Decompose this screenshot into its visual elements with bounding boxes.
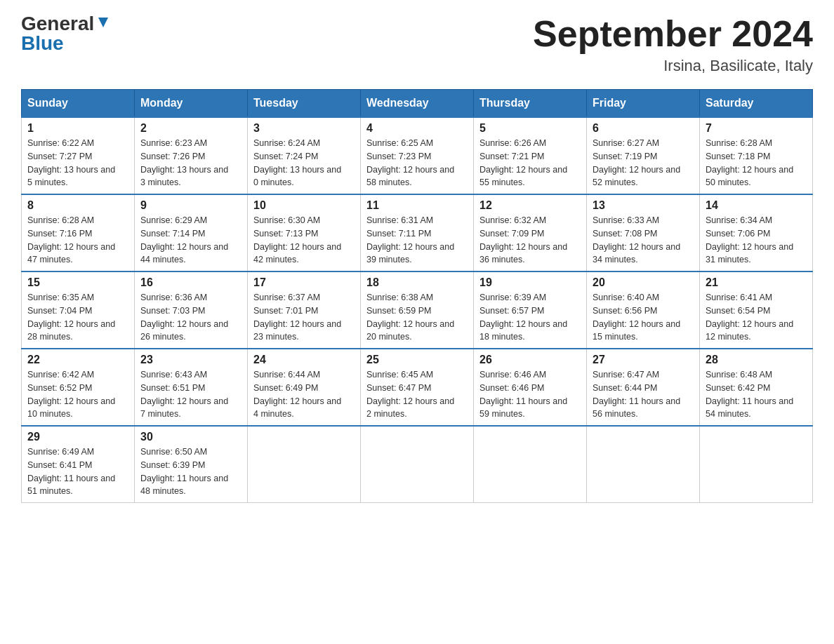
day-number: 29 — [27, 431, 128, 443]
col-tuesday: Tuesday — [248, 90, 361, 118]
day-info: Sunrise: 6:48 AM Sunset: 6:42 PM Dayligh… — [706, 368, 807, 421]
table-row: 27 Sunrise: 6:47 AM Sunset: 6:44 PM Dayl… — [587, 349, 700, 426]
logo-blue: Blue — [21, 32, 64, 55]
table-row: 7 Sunrise: 6:28 AM Sunset: 7:18 PM Dayli… — [700, 117, 813, 194]
month-title: September 2024 — [533, 14, 813, 54]
day-info: Sunrise: 6:30 AM Sunset: 7:13 PM Dayligh… — [253, 214, 355, 267]
day-info: Sunrise: 6:44 AM Sunset: 6:49 PM Dayligh… — [253, 368, 355, 421]
table-row: 21 Sunrise: 6:41 AM Sunset: 6:54 PM Dayl… — [700, 271, 813, 349]
day-info: Sunrise: 6:50 AM Sunset: 6:39 PM Dayligh… — [140, 445, 241, 498]
day-number: 5 — [479, 122, 581, 135]
table-row: 8 Sunrise: 6:28 AM Sunset: 7:16 PM Dayli… — [22, 194, 135, 271]
day-number: 20 — [593, 276, 694, 289]
table-row: 6 Sunrise: 6:27 AM Sunset: 7:19 PM Dayli… — [587, 117, 700, 194]
day-info: Sunrise: 6:27 AM Sunset: 7:19 PM Dayligh… — [593, 137, 694, 189]
day-number: 4 — [366, 122, 468, 135]
table-row — [361, 426, 474, 503]
table-row: 10 Sunrise: 6:30 AM Sunset: 7:13 PM Dayl… — [248, 194, 361, 271]
day-info: Sunrise: 6:46 AM Sunset: 6:46 PM Dayligh… — [479, 368, 581, 421]
day-number: 2 — [140, 122, 241, 135]
day-info: Sunrise: 6:35 AM Sunset: 7:04 PM Dayligh… — [27, 291, 128, 344]
day-number: 18 — [366, 276, 468, 289]
day-number: 10 — [253, 199, 355, 212]
day-number: 23 — [140, 354, 241, 366]
table-row: 18 Sunrise: 6:38 AM Sunset: 6:59 PM Dayl… — [361, 271, 474, 349]
day-info: Sunrise: 6:47 AM Sunset: 6:44 PM Dayligh… — [593, 368, 694, 421]
calendar-week-row: 29 Sunrise: 6:49 AM Sunset: 6:41 PM Dayl… — [22, 426, 813, 503]
day-info: Sunrise: 6:49 AM Sunset: 6:41 PM Dayligh… — [27, 445, 128, 498]
calendar-week-row: 15 Sunrise: 6:35 AM Sunset: 7:04 PM Dayl… — [22, 271, 813, 349]
table-row: 22 Sunrise: 6:42 AM Sunset: 6:52 PM Dayl… — [22, 349, 135, 426]
table-row: 1 Sunrise: 6:22 AM Sunset: 7:27 PM Dayli… — [22, 117, 135, 194]
col-thursday: Thursday — [474, 90, 587, 118]
day-info: Sunrise: 6:28 AM Sunset: 7:18 PM Dayligh… — [706, 137, 807, 189]
day-number: 3 — [253, 122, 355, 135]
table-row: 29 Sunrise: 6:49 AM Sunset: 6:41 PM Dayl… — [22, 426, 135, 503]
day-info: Sunrise: 6:28 AM Sunset: 7:16 PM Dayligh… — [27, 214, 128, 267]
title-section: September 2024 Irsina, Basilicate, Italy — [533, 14, 813, 75]
day-number: 27 — [593, 354, 694, 366]
day-info: Sunrise: 6:31 AM Sunset: 7:11 PM Dayligh… — [366, 214, 468, 267]
table-row: 26 Sunrise: 6:46 AM Sunset: 6:46 PM Dayl… — [474, 349, 587, 426]
day-number: 24 — [253, 354, 355, 366]
table-row: 12 Sunrise: 6:32 AM Sunset: 7:09 PM Dayl… — [474, 194, 587, 271]
day-number: 9 — [140, 199, 241, 212]
day-number: 30 — [140, 431, 241, 443]
col-wednesday: Wednesday — [361, 90, 474, 118]
table-row — [474, 426, 587, 503]
table-row: 14 Sunrise: 6:34 AM Sunset: 7:06 PM Dayl… — [700, 194, 813, 271]
table-row: 9 Sunrise: 6:29 AM Sunset: 7:14 PM Dayli… — [135, 194, 248, 271]
day-info: Sunrise: 6:32 AM Sunset: 7:09 PM Dayligh… — [479, 214, 581, 267]
day-info: Sunrise: 6:24 AM Sunset: 7:24 PM Dayligh… — [253, 137, 355, 189]
calendar-header-row: Sunday Monday Tuesday Wednesday Thursday… — [22, 90, 813, 118]
day-number: 6 — [593, 122, 694, 135]
day-info: Sunrise: 6:42 AM Sunset: 6:52 PM Dayligh… — [27, 368, 128, 421]
day-number: 14 — [706, 199, 807, 212]
day-info: Sunrise: 6:37 AM Sunset: 7:01 PM Dayligh… — [253, 291, 355, 344]
day-info: Sunrise: 6:26 AM Sunset: 7:21 PM Dayligh… — [479, 137, 581, 189]
table-row: 24 Sunrise: 6:44 AM Sunset: 6:49 PM Dayl… — [248, 349, 361, 426]
day-number: 19 — [479, 276, 581, 289]
svg-marker-0 — [98, 18, 108, 27]
calendar-week-row: 1 Sunrise: 6:22 AM Sunset: 7:27 PM Dayli… — [22, 117, 813, 194]
table-row: 23 Sunrise: 6:43 AM Sunset: 6:51 PM Dayl… — [135, 349, 248, 426]
day-number: 8 — [27, 199, 128, 212]
day-info: Sunrise: 6:25 AM Sunset: 7:23 PM Dayligh… — [366, 137, 468, 189]
calendar-table: Sunday Monday Tuesday Wednesday Thursday… — [21, 89, 813, 503]
day-info: Sunrise: 6:23 AM Sunset: 7:26 PM Dayligh… — [140, 137, 241, 189]
table-row: 11 Sunrise: 6:31 AM Sunset: 7:11 PM Dayl… — [361, 194, 474, 271]
table-row: 30 Sunrise: 6:50 AM Sunset: 6:39 PM Dayl… — [135, 426, 248, 503]
table-row: 17 Sunrise: 6:37 AM Sunset: 7:01 PM Dayl… — [248, 271, 361, 349]
table-row: 4 Sunrise: 6:25 AM Sunset: 7:23 PM Dayli… — [361, 117, 474, 194]
day-info: Sunrise: 6:39 AM Sunset: 6:57 PM Dayligh… — [479, 291, 581, 344]
day-number: 1 — [27, 122, 128, 135]
location: Irsina, Basilicate, Italy — [533, 57, 813, 75]
page-header: General Blue September 2024 Irsina, Basi… — [21, 14, 813, 75]
day-number: 26 — [479, 354, 581, 366]
day-info: Sunrise: 6:34 AM Sunset: 7:06 PM Dayligh… — [706, 214, 807, 267]
table-row — [248, 426, 361, 503]
table-row: 3 Sunrise: 6:24 AM Sunset: 7:24 PM Dayli… — [248, 117, 361, 194]
day-number: 15 — [27, 276, 128, 289]
day-info: Sunrise: 6:22 AM Sunset: 7:27 PM Dayligh… — [27, 137, 128, 189]
calendar-week-row: 8 Sunrise: 6:28 AM Sunset: 7:16 PM Dayli… — [22, 194, 813, 271]
day-info: Sunrise: 6:43 AM Sunset: 6:51 PM Dayligh… — [140, 368, 241, 421]
table-row: 5 Sunrise: 6:26 AM Sunset: 7:21 PM Dayli… — [474, 117, 587, 194]
day-info: Sunrise: 6:45 AM Sunset: 6:47 PM Dayligh… — [366, 368, 468, 421]
table-row: 28 Sunrise: 6:48 AM Sunset: 6:42 PM Dayl… — [700, 349, 813, 426]
day-info: Sunrise: 6:40 AM Sunset: 6:56 PM Dayligh… — [593, 291, 694, 344]
day-number: 7 — [706, 122, 807, 135]
table-row: 25 Sunrise: 6:45 AM Sunset: 6:47 PM Dayl… — [361, 349, 474, 426]
table-row: 2 Sunrise: 6:23 AM Sunset: 7:26 PM Dayli… — [135, 117, 248, 194]
logo: General Blue — [21, 14, 111, 55]
table-row: 16 Sunrise: 6:36 AM Sunset: 7:03 PM Dayl… — [135, 271, 248, 349]
day-number: 22 — [27, 354, 128, 366]
table-row: 19 Sunrise: 6:39 AM Sunset: 6:57 PM Dayl… — [474, 271, 587, 349]
day-info: Sunrise: 6:38 AM Sunset: 6:59 PM Dayligh… — [366, 291, 468, 344]
day-info: Sunrise: 6:29 AM Sunset: 7:14 PM Dayligh… — [140, 214, 241, 267]
table-row: 13 Sunrise: 6:33 AM Sunset: 7:08 PM Dayl… — [587, 194, 700, 271]
day-number: 28 — [706, 354, 807, 366]
table-row: 20 Sunrise: 6:40 AM Sunset: 6:56 PM Dayl… — [587, 271, 700, 349]
day-number: 12 — [479, 199, 581, 212]
day-info: Sunrise: 6:33 AM Sunset: 7:08 PM Dayligh… — [593, 214, 694, 267]
